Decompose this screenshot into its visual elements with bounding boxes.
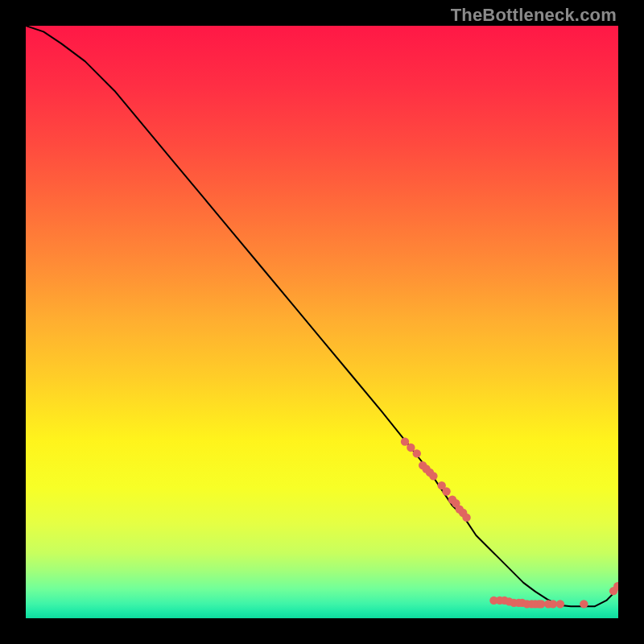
highlight-point	[407, 444, 415, 452]
highlight-points-group	[401, 437, 618, 608]
chart-container: TheBottleneck.com	[0, 0, 644, 644]
highlight-point	[556, 600, 564, 608]
highlight-point	[580, 600, 588, 608]
highlight-point	[413, 449, 421, 457]
highlight-point	[429, 472, 437, 480]
watermark-text: TheBottleneck.com	[451, 5, 617, 26]
highlight-point	[442, 487, 450, 495]
highlight-point	[401, 437, 409, 445]
chart-overlay	[26, 26, 618, 618]
highlight-point	[462, 514, 470, 522]
plot-area	[26, 26, 618, 618]
bottleneck-curve-line	[26, 26, 618, 606]
